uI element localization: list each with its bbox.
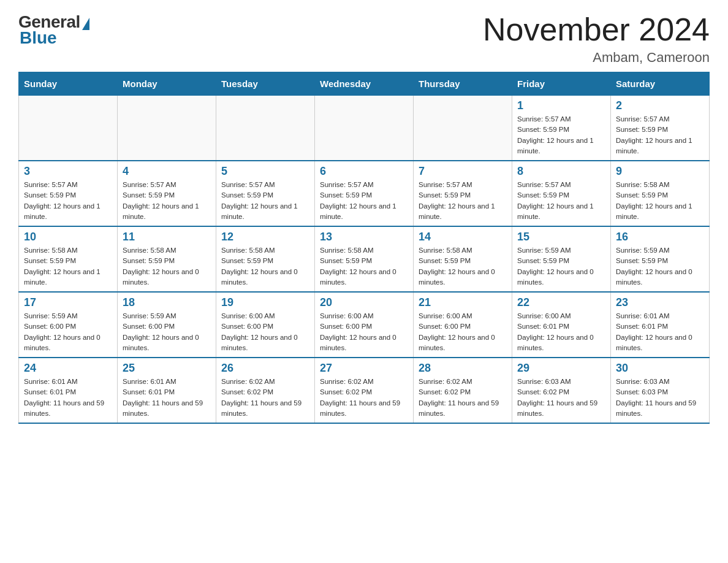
day-info: Sunrise: 5:58 AMSunset: 5:59 PMDaylight:… [320,245,408,288]
day-info: Sunrise: 5:57 AMSunset: 5:59 PMDaylight:… [24,180,112,222]
calendar-cell: 13Sunrise: 5:58 AMSunset: 5:59 PMDayligh… [315,226,414,292]
logo: General Blue [18,12,89,48]
calendar-cell: 16Sunrise: 5:59 AMSunset: 5:59 PMDayligh… [611,226,710,292]
weekday-header-thursday: Thursday [414,72,512,96]
day-number: 10 [24,231,112,243]
weekday-header-wednesday: Wednesday [315,72,414,96]
day-info: Sunrise: 5:57 AMSunset: 5:59 PMDaylight:… [517,180,605,222]
day-number: 27 [320,362,408,375]
day-info: Sunrise: 6:00 AMSunset: 6:00 PMDaylight:… [419,311,507,353]
day-info: Sunrise: 5:59 AMSunset: 6:00 PMDaylight:… [123,311,211,353]
logo-blue-text: Blue [20,28,57,48]
day-info: Sunrise: 5:59 AMSunset: 6:00 PMDaylight:… [24,311,112,353]
day-number: 15 [517,231,605,243]
calendar-cell: 9Sunrise: 5:58 AMSunset: 5:59 PMDaylight… [611,161,710,226]
calendar-cell: 28Sunrise: 6:02 AMSunset: 6:02 PMDayligh… [414,358,512,423]
calendar-cell: 30Sunrise: 6:03 AMSunset: 6:03 PMDayligh… [611,358,710,423]
day-number: 19 [221,296,309,309]
calendar-cell: 26Sunrise: 6:02 AMSunset: 6:02 PMDayligh… [216,358,315,423]
title-section: November 2024 Ambam, Cameroon [483,12,710,66]
day-number: 17 [24,296,112,309]
weekday-header-saturday: Saturday [611,72,710,96]
month-title: November 2024 [483,12,710,47]
day-number: 29 [517,362,605,375]
day-info: Sunrise: 6:01 AMSunset: 6:01 PMDaylight:… [24,377,112,419]
day-number: 11 [123,231,211,243]
day-info: Sunrise: 5:57 AMSunset: 5:59 PMDaylight:… [517,114,605,156]
day-info: Sunrise: 5:57 AMSunset: 5:59 PMDaylight:… [123,180,211,222]
day-number: 13 [320,231,408,243]
day-info: Sunrise: 6:02 AMSunset: 6:02 PMDaylight:… [221,377,309,419]
day-info: Sunrise: 5:58 AMSunset: 5:59 PMDaylight:… [616,180,704,222]
day-info: Sunrise: 6:02 AMSunset: 6:02 PMDaylight:… [419,377,507,419]
day-info: Sunrise: 6:00 AMSunset: 6:00 PMDaylight:… [221,311,309,353]
calendar-cell: 7Sunrise: 5:57 AMSunset: 5:59 PMDaylight… [414,161,512,226]
calendar-table: SundayMondayTuesdayWednesdayThursdayFrid… [18,72,710,424]
day-number: 9 [616,165,704,178]
calendar-cell: 20Sunrise: 6:00 AMSunset: 6:00 PMDayligh… [315,292,414,358]
day-number: 26 [221,362,309,375]
calendar-cell: 25Sunrise: 6:01 AMSunset: 6:01 PMDayligh… [118,358,216,423]
calendar-cell: 24Sunrise: 6:01 AMSunset: 6:01 PMDayligh… [19,358,118,423]
calendar-week-3: 10Sunrise: 5:58 AMSunset: 5:59 PMDayligh… [19,226,710,292]
page-header: General Blue November 2024 Ambam, Camero… [18,12,710,66]
calendar-cell: 29Sunrise: 6:03 AMSunset: 6:02 PMDayligh… [512,358,611,423]
calendar-week-4: 17Sunrise: 5:59 AMSunset: 6:00 PMDayligh… [19,292,710,358]
day-info: Sunrise: 6:03 AMSunset: 6:03 PMDaylight:… [616,377,704,419]
day-number: 4 [123,165,211,178]
day-info: Sunrise: 5:57 AMSunset: 5:59 PMDaylight:… [221,180,309,222]
calendar-cell: 8Sunrise: 5:57 AMSunset: 5:59 PMDaylight… [512,161,611,226]
logo-triangle-icon [82,18,89,30]
weekday-header-sunday: Sunday [19,72,118,96]
day-number: 28 [419,362,507,375]
day-info: Sunrise: 5:58 AMSunset: 5:59 PMDaylight:… [123,245,211,288]
day-number: 21 [419,296,507,309]
calendar-body: 1Sunrise: 5:57 AMSunset: 5:59 PMDaylight… [19,96,710,424]
day-number: 3 [24,165,112,178]
calendar-cell [315,96,414,161]
calendar-cell: 6Sunrise: 5:57 AMSunset: 5:59 PMDaylight… [315,161,414,226]
calendar-cell: 19Sunrise: 6:00 AMSunset: 6:00 PMDayligh… [216,292,315,358]
day-info: Sunrise: 6:01 AMSunset: 6:01 PMDaylight:… [616,311,704,353]
calendar-header: SundayMondayTuesdayWednesdayThursdayFrid… [19,72,710,96]
calendar-cell [216,96,315,161]
day-info: Sunrise: 5:59 AMSunset: 5:59 PMDaylight:… [517,245,605,288]
calendar-cell: 1Sunrise: 5:57 AMSunset: 5:59 PMDaylight… [512,96,611,161]
calendar-cell: 11Sunrise: 5:58 AMSunset: 5:59 PMDayligh… [118,226,216,292]
day-number: 20 [320,296,408,309]
day-number: 22 [517,296,605,309]
weekday-header-tuesday: Tuesday [216,72,315,96]
calendar-cell: 10Sunrise: 5:58 AMSunset: 5:59 PMDayligh… [19,226,118,292]
day-number: 25 [123,362,211,375]
day-number: 24 [24,362,112,375]
day-number: 12 [221,231,309,243]
day-number: 23 [616,296,704,309]
day-info: Sunrise: 5:58 AMSunset: 5:59 PMDaylight:… [24,245,112,288]
day-number: 7 [419,165,507,178]
location-text: Ambam, Cameroon [483,50,710,66]
day-info: Sunrise: 6:03 AMSunset: 6:02 PMDaylight:… [517,377,605,419]
day-number: 30 [616,362,704,375]
day-info: Sunrise: 5:57 AMSunset: 5:59 PMDaylight:… [419,180,507,222]
day-number: 8 [517,165,605,178]
calendar-week-5: 24Sunrise: 6:01 AMSunset: 6:01 PMDayligh… [19,358,710,423]
day-number: 2 [616,99,704,112]
day-info: Sunrise: 5:57 AMSunset: 5:59 PMDaylight:… [320,180,408,222]
day-number: 16 [616,231,704,243]
calendar-cell: 27Sunrise: 6:02 AMSunset: 6:02 PMDayligh… [315,358,414,423]
weekday-header-friday: Friday [512,72,611,96]
calendar-cell: 21Sunrise: 6:00 AMSunset: 6:00 PMDayligh… [414,292,512,358]
day-info: Sunrise: 6:00 AMSunset: 6:01 PMDaylight:… [517,311,605,353]
calendar-cell: 18Sunrise: 5:59 AMSunset: 6:00 PMDayligh… [118,292,216,358]
calendar-week-1: 1Sunrise: 5:57 AMSunset: 5:59 PMDaylight… [19,96,710,161]
day-info: Sunrise: 6:01 AMSunset: 6:01 PMDaylight:… [123,377,211,419]
calendar-cell: 23Sunrise: 6:01 AMSunset: 6:01 PMDayligh… [611,292,710,358]
day-info: Sunrise: 5:57 AMSunset: 5:59 PMDaylight:… [616,114,704,156]
weekday-header-row: SundayMondayTuesdayWednesdayThursdayFrid… [19,72,710,96]
calendar-cell [118,96,216,161]
calendar-cell: 3Sunrise: 5:57 AMSunset: 5:59 PMDaylight… [19,161,118,226]
day-number: 5 [221,165,309,178]
calendar-week-2: 3Sunrise: 5:57 AMSunset: 5:59 PMDaylight… [19,161,710,226]
calendar-cell: 5Sunrise: 5:57 AMSunset: 5:59 PMDaylight… [216,161,315,226]
calendar-cell [414,96,512,161]
